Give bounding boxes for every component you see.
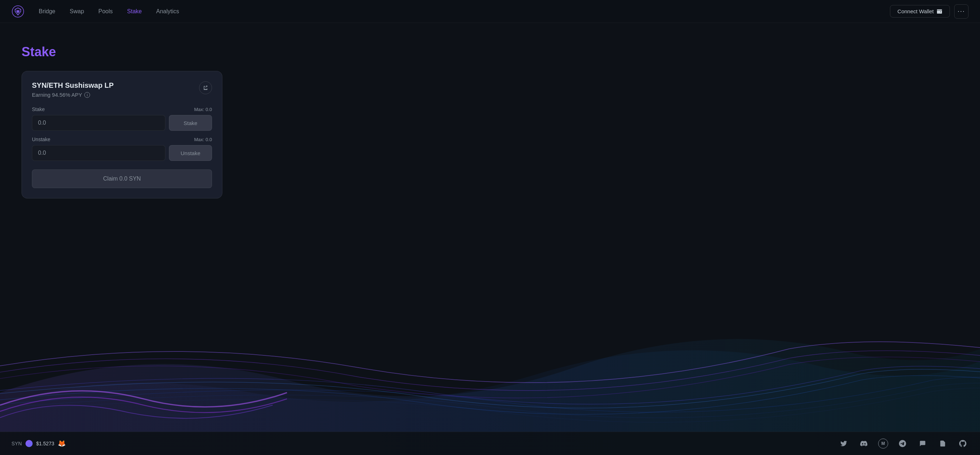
- footer-fox-emoji: 🦊: [58, 439, 66, 447]
- apy-info-icon[interactable]: i: [84, 92, 90, 98]
- external-link-icon: [203, 85, 208, 90]
- unstake-input[interactable]: [32, 145, 165, 161]
- logo[interactable]: [11, 5, 24, 18]
- external-link-button[interactable]: [199, 81, 212, 94]
- main-content: Stake SYN/ETH Sushiswap LP Earning 94.56…: [0, 23, 980, 213]
- unstake-button[interactable]: Unstake: [169, 145, 212, 161]
- unstake-label-row: Unstake Max: 0.0: [32, 136, 212, 142]
- github-link[interactable]: [957, 438, 969, 449]
- more-options-button[interactable]: ···: [954, 4, 969, 19]
- footer-token-icon: [25, 440, 33, 447]
- nav-pools[interactable]: Pools: [98, 8, 113, 15]
- card-header: SYN/ETH Sushiswap LP Earning 94.56% APY …: [32, 81, 212, 98]
- navbar: Bridge Swap Pools Stake Analytics Connec…: [0, 0, 980, 23]
- stake-input[interactable]: [32, 115, 165, 131]
- card-info: SYN/ETH Sushiswap LP Earning 94.56% APY …: [32, 81, 114, 98]
- forum-link[interactable]: [917, 438, 928, 449]
- unstake-section: Unstake Max: 0.0 Unstake: [32, 136, 212, 161]
- stake-label-row: Stake Max: 0.0: [32, 106, 212, 112]
- medium-link[interactable]: M: [878, 439, 888, 449]
- unstake-max: Max: 0.0: [194, 137, 212, 142]
- footer-social-links: M: [838, 438, 969, 449]
- more-dots: ···: [958, 8, 965, 15]
- footer-token-name: SYN: [11, 441, 22, 446]
- connect-wallet-button[interactable]: Connect Wallet: [890, 5, 950, 17]
- medium-icon-label: M: [881, 441, 885, 446]
- telegram-link[interactable]: [897, 438, 908, 449]
- pool-name: SYN/ETH Sushiswap LP: [32, 81, 114, 90]
- discord-link[interactable]: [858, 438, 870, 449]
- apy-info: Earning 94.56% APY i: [32, 92, 114, 98]
- stake-label: Stake: [32, 106, 45, 112]
- unstake-label: Unstake: [32, 136, 50, 142]
- stake-button[interactable]: Stake: [169, 115, 212, 131]
- stake-input-row: Stake: [32, 115, 212, 131]
- nav-right: Connect Wallet ···: [890, 4, 969, 19]
- footer-token-info: SYN $1.5273 🦊: [11, 439, 66, 447]
- nav-stake[interactable]: Stake: [127, 8, 142, 15]
- twitter-link[interactable]: [838, 438, 850, 449]
- docs-link[interactable]: [937, 438, 948, 449]
- stake-section: Stake Max: 0.0 Stake: [32, 106, 212, 131]
- stake-max: Max: 0.0: [194, 107, 212, 112]
- stake-card: SYN/ETH Sushiswap LP Earning 94.56% APY …: [22, 71, 223, 198]
- footer-token-price: $1.5273: [36, 441, 54, 446]
- page-title: Stake: [22, 44, 958, 59]
- nav-swap[interactable]: Swap: [70, 8, 84, 15]
- connect-wallet-label: Connect Wallet: [897, 8, 934, 14]
- apy-text: Earning 94.56% APY: [32, 92, 82, 98]
- claim-button[interactable]: Claim 0.0 SYN: [32, 170, 212, 188]
- unstake-input-row: Unstake: [32, 145, 212, 161]
- nav-links: Bridge Swap Pools Stake Analytics: [39, 8, 890, 15]
- wave-background: [0, 205, 980, 455]
- nav-analytics[interactable]: Analytics: [156, 8, 179, 15]
- footer: SYN $1.5273 🦊 M: [0, 432, 980, 455]
- nav-bridge[interactable]: Bridge: [39, 8, 55, 15]
- wallet-icon: [937, 9, 942, 14]
